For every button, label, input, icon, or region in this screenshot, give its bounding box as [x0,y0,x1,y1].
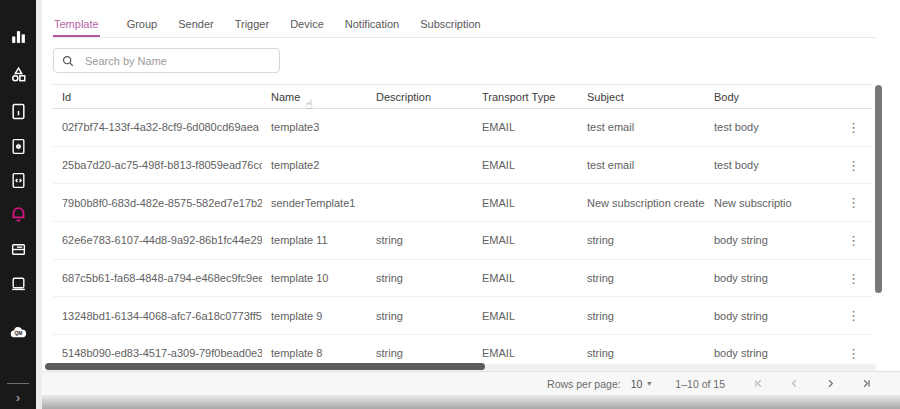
cell-id: 25ba7d20-ac75-498f-b813-f8059ead76cc [53,159,262,171]
kebab-menu-icon[interactable]: ⋮ [847,196,860,209]
cell-subject: New subscription created [578,197,705,209]
pagination-range: 1–10 of 15 [675,378,725,390]
device-drive-icon [10,275,27,292]
sidebar-item-notifications[interactable] [0,199,36,229]
pager-buttons [753,378,872,389]
cell-transport-type: EMAIL [473,234,578,246]
table-row[interactable]: 62e6e783-6107-44d8-9a92-86b1fc44e293temp… [53,222,872,260]
tab-subscription[interactable]: Subscription [419,18,482,37]
rows-per-page-value: 10 [631,378,643,390]
first-page-button[interactable] [753,378,764,389]
tab-group[interactable]: Group [126,18,159,37]
tab-notification[interactable]: Notification [344,18,400,37]
search-icon [62,55,74,67]
shapes-icon [10,66,27,83]
pagination-bar: Rows per page: 10 ▾ 1–10 of 15 [42,371,900,395]
kebab-menu-icon[interactable]: ⋮ [847,272,860,285]
cell-transport-type: EMAIL [473,159,578,171]
table-row[interactable]: 79b0b8f0-683d-482e-8575-582ed7e17b2dsend… [53,184,872,222]
sidebar-item-analytics[interactable] [0,21,36,51]
cell-id: 62e6e783-6107-44d8-9a92-86b1fc44e293 [53,234,262,246]
cell-id: 13248bd1-6134-4068-afc7-6a18c0773ff5 [53,310,262,322]
sidebar-item-devices[interactable] [0,268,36,298]
rows-per-page-label: Rows per page: [547,378,621,390]
screen-edge-strip [42,395,900,409]
kebab-menu-icon[interactable]: ⋮ [847,121,860,134]
tab-template[interactable]: Template [53,18,100,37]
cell-body: test body [705,121,835,133]
file-code-icon [10,172,27,189]
cell-transport-type: EMAIL [473,272,578,284]
sidebar-item-config-docs[interactable] [0,131,36,161]
server-list-icon [10,241,27,258]
table-body: 02f7bf74-133f-4a32-8cf9-6d080cd69aeatemp… [53,109,872,373]
cell-name: template3 [262,121,367,133]
sidebar-item-cloud-qm[interactable]: QM [0,317,36,347]
column-header-id: Id [53,91,262,103]
search-box [53,48,280,73]
tab-device[interactable]: Device [289,18,325,37]
chevron-right-icon [825,378,836,389]
column-header-body: Body [705,91,835,103]
mouse-cursor: ☝ [305,97,313,112]
bar-chart-icon [10,28,27,45]
search-input[interactable] [83,54,271,68]
cell-id: 79b0b8f0-683d-482e-8575-582ed7e17b2d [53,197,262,209]
cell-body: body string [705,347,835,359]
cell-subject: string [578,234,705,246]
cell-description: string [367,272,473,284]
table-row[interactable]: 25ba7d20-ac75-498f-b813-f8059ead76cctemp… [53,147,872,185]
kebab-menu-icon[interactable]: ⋮ [847,309,860,322]
cell-body: body string [705,310,835,322]
svg-text:QM: QM [14,331,22,336]
cell-subject: string [578,347,705,359]
sidebar-item-code-docs[interactable] [0,165,36,195]
cell-transport-type: EMAIL [473,347,578,359]
cloud-qm-icon: QM [9,323,28,342]
row-actions: ⋮ [835,272,872,285]
vertical-scrollbar-thumb[interactable] [875,85,882,293]
kebab-menu-icon[interactable]: ⋮ [847,234,860,247]
rows-per-page-select[interactable]: 10 ▾ [631,378,652,390]
horizontal-scrollbar-thumb[interactable] [45,363,485,370]
table-row[interactable]: 687c5b61-fa68-4848-a794-e468ec9fc9eetemp… [53,260,872,298]
kebab-menu-icon[interactable]: ⋮ [847,347,860,360]
cell-id: 5148b090-ed83-4517-a309-79f0bead0e30 [53,347,262,359]
app-window: QM › Template Group Sender Trigger Devic… [0,0,900,409]
bell-icon [9,205,28,224]
cell-id: 687c5b61-fa68-4848-a794-e468ec9fc9ee [53,272,262,284]
sidebar-expand-chevron-icon[interactable]: › [0,391,36,405]
main-content: Template Group Sender Trigger Device Not… [42,0,900,409]
last-page-icon [861,378,872,389]
row-actions: ⋮ [835,121,872,134]
column-header-description: Description [367,91,473,103]
last-page-button[interactable] [861,378,872,389]
cell-subject: string [578,310,705,322]
cell-description: string [367,234,473,246]
sidebar-item-servers[interactable] [0,234,36,264]
column-header-subject: Subject [578,91,705,103]
tab-sender[interactable]: Sender [177,18,214,37]
next-page-button[interactable] [825,378,836,389]
cell-transport-type: EMAIL [473,310,578,322]
table-row[interactable]: 02f7bf74-133f-4a32-8cf9-6d080cd69aeatemp… [53,109,872,147]
cell-name: template 11 [262,234,367,246]
sidebar-item-entities[interactable] [0,59,36,89]
row-actions: ⋮ [835,234,872,247]
tab-trigger[interactable]: Trigger [234,18,270,37]
sidebar-item-info-docs[interactable] [0,96,36,126]
cell-id: 02f7bf74-133f-4a32-8cf9-6d080cd69aea [53,121,262,133]
column-header-transport-type: Transport Type [473,91,578,103]
kebab-menu-icon[interactable]: ⋮ [847,159,860,172]
sidebar-gutter [36,0,42,409]
cell-name: senderTemplate1 [262,197,367,209]
cell-transport-type: EMAIL [473,121,578,133]
column-header-name: Name [262,91,367,103]
row-actions: ⋮ [835,196,872,209]
template-table: Id Name Description Transport Type Subje… [53,84,872,373]
cell-name: template2 [262,159,367,171]
previous-page-button[interactable] [789,378,800,389]
table-row[interactable]: 13248bd1-6134-4068-afc7-6a18c0773ff5temp… [53,297,872,335]
cell-transport-type: EMAIL [473,197,578,209]
cell-name: template 9 [262,310,367,322]
